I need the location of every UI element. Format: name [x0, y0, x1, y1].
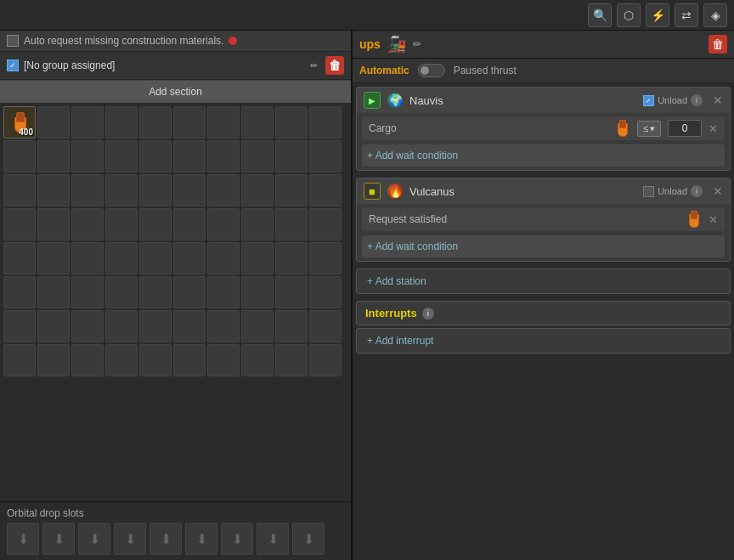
drop-slot-7[interactable]: ⬇: [257, 523, 289, 555]
map-btn[interactable]: ◈: [703, 3, 727, 27]
inventory-slot-46[interactable]: [207, 242, 240, 274]
inventory-slot-55[interactable]: [173, 276, 206, 308]
cargo-condition-close[interactable]: ✕: [709, 122, 718, 135]
inventory-slot-11[interactable]: [37, 140, 70, 173]
inventory-slot-45[interactable]: [173, 242, 206, 274]
group-edit-icon[interactable]: ✏: [307, 59, 320, 72]
inventory-slot-33[interactable]: [105, 208, 138, 240]
inventory-slot-68[interactable]: [275, 310, 308, 342]
inventory-slot-79[interactable]: [309, 344, 342, 376]
inventory-slot-2[interactable]: [71, 106, 104, 139]
inventory-slot-35[interactable]: [173, 208, 206, 240]
inventory-slot-75[interactable]: [173, 344, 206, 376]
cargo-operator-button[interactable]: ≤ ▾: [637, 121, 661, 137]
inventory-slot-10[interactable]: [3, 140, 36, 173]
search-btn[interactable]: 🔍: [588, 3, 612, 27]
inventory-slot-36[interactable]: [207, 208, 240, 240]
vulcanus-close-button[interactable]: ✕: [713, 184, 723, 198]
title-edit-icon[interactable]: ✏: [413, 38, 421, 50]
vulcanus-stop-button[interactable]: ■: [364, 183, 381, 200]
lightning-btn[interactable]: ⚡: [646, 3, 669, 27]
vehicle-delete-button[interactable]: 🗑: [709, 35, 727, 54]
inventory-slot-61[interactable]: [37, 310, 70, 342]
inventory-slot-12[interactable]: [71, 140, 104, 173]
inventory-slot-5[interactable]: [173, 106, 206, 139]
drop-slot-5[interactable]: ⬇: [185, 523, 217, 555]
inventory-slot-29[interactable]: [309, 174, 342, 206]
inventory-slot-18[interactable]: [275, 140, 308, 173]
mode-toggle[interactable]: [418, 64, 445, 77]
inventory-slot-3[interactable]: [105, 106, 138, 139]
inventory-slot-71[interactable]: [37, 344, 70, 376]
inventory-slot-37[interactable]: [241, 208, 274, 240]
add-section-button[interactable]: Add section: [0, 80, 351, 103]
add-station-button[interactable]: + Add station: [356, 269, 731, 294]
inventory-slot-9[interactable]: [309, 106, 342, 139]
inventory-slot-63[interactable]: [105, 310, 138, 342]
drop-slot-3[interactable]: ⬇: [114, 523, 146, 555]
inventory-slot-42[interactable]: [71, 242, 104, 274]
network-btn[interactable]: ⬡: [617, 3, 641, 27]
inventory-slot-49[interactable]: [309, 242, 342, 274]
vulcanus-unload-info-icon[interactable]: i: [691, 185, 703, 197]
inventory-slot-59[interactable]: [309, 276, 342, 308]
inventory-slot-23[interactable]: [105, 174, 138, 206]
interrupts-info-icon[interactable]: i: [422, 308, 434, 320]
inventory-slot-38[interactable]: [275, 208, 308, 240]
nauvis-add-wait-button[interactable]: + Add wait condition: [362, 144, 725, 167]
inventory-slot-52[interactable]: [71, 276, 104, 308]
inventory-slot-57[interactable]: [241, 276, 274, 308]
group-delete-button[interactable]: 🗑: [325, 56, 344, 75]
inventory-slot-22[interactable]: [71, 174, 104, 206]
arrows-btn[interactable]: ⇄: [675, 3, 698, 27]
drop-slot-1[interactable]: ⬇: [42, 523, 75, 555]
nauvis-unload-info-icon[interactable]: i: [691, 94, 703, 106]
nauvis-unload-checkbox[interactable]: [643, 95, 654, 106]
inventory-slot-26[interactable]: [207, 174, 240, 206]
group-checkbox[interactable]: [7, 59, 19, 71]
inventory-slot-8[interactable]: [275, 106, 308, 139]
inventory-slot-4[interactable]: [139, 106, 172, 139]
inventory-slot-67[interactable]: [241, 310, 274, 342]
inventory-slot-56[interactable]: [207, 276, 240, 308]
cargo-value-input[interactable]: [668, 120, 702, 137]
nauvis-play-button[interactable]: ▶: [364, 92, 381, 109]
inventory-slot-15[interactable]: [173, 140, 206, 173]
inventory-slot-16[interactable]: [207, 140, 240, 173]
inventory-slot-51[interactable]: [37, 276, 70, 308]
inventory-slot-14[interactable]: [139, 140, 172, 173]
inventory-slot-58[interactable]: [275, 276, 308, 308]
inventory-slot-65[interactable]: [173, 310, 206, 342]
inventory-slot-77[interactable]: [241, 344, 274, 376]
inventory-slot-70[interactable]: [3, 344, 36, 376]
inventory-slot-32[interactable]: [71, 208, 104, 240]
inventory-slot-64[interactable]: [139, 310, 172, 342]
inventory-slot-43[interactable]: [105, 242, 138, 274]
inventory-slot-78[interactable]: [275, 344, 308, 376]
inventory-slot-39[interactable]: [309, 208, 342, 240]
inventory-slot-76[interactable]: [207, 344, 240, 376]
inventory-slot-66[interactable]: [207, 310, 240, 342]
inventory-slot-7[interactable]: [241, 106, 274, 139]
inventory-slot-30[interactable]: [3, 208, 36, 240]
auto-request-checkbox[interactable]: [7, 35, 19, 47]
inventory-slot-48[interactable]: [275, 242, 308, 274]
inventory-slot-74[interactable]: [139, 344, 172, 376]
drop-slot-6[interactable]: ⬇: [221, 523, 253, 555]
inventory-slot-25[interactable]: [173, 174, 206, 206]
inventory-slot-1[interactable]: [37, 106, 70, 139]
drop-slot-0[interactable]: ⬇: [7, 523, 39, 555]
inventory-slot-44[interactable]: [139, 242, 172, 274]
inventory-slot-69[interactable]: [309, 310, 342, 342]
inventory-slot-20[interactable]: [3, 174, 36, 206]
inventory-slot-34[interactable]: [139, 208, 172, 240]
nauvis-close-button[interactable]: ✕: [713, 93, 723, 107]
inventory-slot-54[interactable]: [139, 276, 172, 308]
inventory-slot-47[interactable]: [241, 242, 274, 274]
vulcanus-unload-checkbox[interactable]: [643, 186, 654, 197]
inventory-slot-19[interactable]: [309, 140, 342, 173]
inventory-slot-62[interactable]: [71, 310, 104, 342]
inventory-slot-73[interactable]: [105, 344, 138, 376]
request-condition-close[interactable]: ✕: [709, 213, 718, 226]
inventory-slot-41[interactable]: [37, 242, 70, 274]
